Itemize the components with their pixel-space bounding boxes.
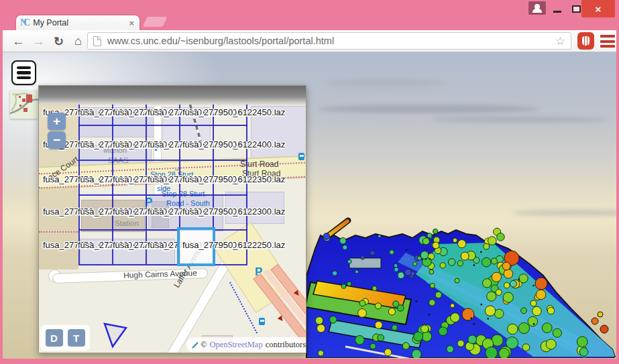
bus-stop-icon — [298, 153, 304, 160]
forward-button[interactable]: → — [30, 32, 48, 50]
tab-close-icon[interactable]: × — [127, 18, 135, 28]
leaflet-logo-icon — [192, 342, 199, 349]
back-button[interactable]: ← — [9, 32, 27, 50]
zoom-out-button[interactable]: − — [48, 131, 66, 149]
zoom-in-button[interactable]: + — [48, 113, 66, 130]
reload-button[interactable]: ↻ — [50, 32, 68, 50]
bus-route-dots — [39, 231, 79, 233]
tile-filename-label: fusa_277950_6122300.laz — [182, 206, 285, 217]
attribution-suffix: contributors. — [266, 340, 306, 350]
grid-line — [78, 125, 247, 126]
tile-filename-label: fusa_277950_6122350.laz — [182, 174, 285, 184]
unc-favicon-icon: NC — [20, 17, 27, 28]
browser-menu-button[interactable] — [600, 35, 615, 48]
grid-line — [78, 229, 247, 231]
map-attribution: © OpenStreetMap contributors. — [186, 337, 306, 353]
profile-button[interactable] — [528, 1, 546, 15]
tab-title: My Portal — [33, 18, 127, 27]
map-top-gradient — [39, 86, 306, 106]
copyright-symbol: © — [201, 340, 207, 350]
browser-window: NC My Portal × × ← → ↻ ⌂ www.cs.unc.edu/… — [0, 0, 619, 364]
minimap-thumbnail[interactable]: 1200 — [10, 90, 38, 119]
grid-line — [78, 160, 247, 161]
tile-map-panel[interactable]: ▶ ▶ → ← Marion SAAS ace Court Sturt Road… — [38, 85, 306, 353]
browser-tab[interactable]: NC My Portal × — [16, 15, 139, 30]
d-button[interactable]: D — [46, 329, 63, 347]
grid-line — [78, 264, 247, 265]
adblock-extension-icon[interactable] — [577, 32, 594, 50]
bus-stop-label: Stop 28 Sturt — [162, 190, 205, 198]
parking-icon: P — [255, 265, 262, 279]
place-label-police: Station — [115, 219, 139, 227]
view-frustum-icon — [103, 322, 129, 349]
new-tab-button[interactable] — [143, 17, 168, 27]
t-button[interactable]: T — [68, 329, 85, 347]
url-text[interactable]: www.cs.unc.edu/~isenburg/lastools/portal… — [107, 36, 550, 46]
svg-text:1200: 1200 — [12, 93, 19, 96]
address-bar[interactable]: www.cs.unc.edu/~isenburg/lastools/portal… — [87, 32, 571, 50]
close-button[interactable]: × — [581, 0, 615, 17]
person-icon — [534, 4, 540, 9]
tile-filename-label: fusa_277950_6122450.laz — [182, 107, 285, 117]
bus-stop-icon — [259, 318, 265, 325]
layer-buttons: D T — [40, 325, 90, 351]
grid-line — [78, 194, 247, 196]
zoom-control: + − — [48, 113, 66, 150]
bookmark-star-icon[interactable]: ☆ — [550, 34, 571, 48]
tile-filename-label: fusa_277950_6122250.laz — [182, 240, 285, 250]
page-content: 1200 — [3, 52, 616, 359]
lidar-pointcloud-viewer[interactable] — [305, 53, 616, 358]
home-button[interactable]: ⌂ — [69, 32, 87, 50]
openstreetmap-link[interactable]: OpenStreetMap — [210, 340, 263, 350]
page-icon — [93, 36, 101, 46]
tile-filename-label: fusa_277950_6122400.laz — [182, 139, 285, 149]
minimize-button[interactable] — [550, 3, 565, 15]
browser-toolbar: ← → ↻ ⌂ www.cs.unc.edu/~isenburg/lastool… — [3, 30, 616, 52]
portal-menu-button[interactable] — [11, 60, 36, 85]
hand-icon — [582, 36, 589, 46]
